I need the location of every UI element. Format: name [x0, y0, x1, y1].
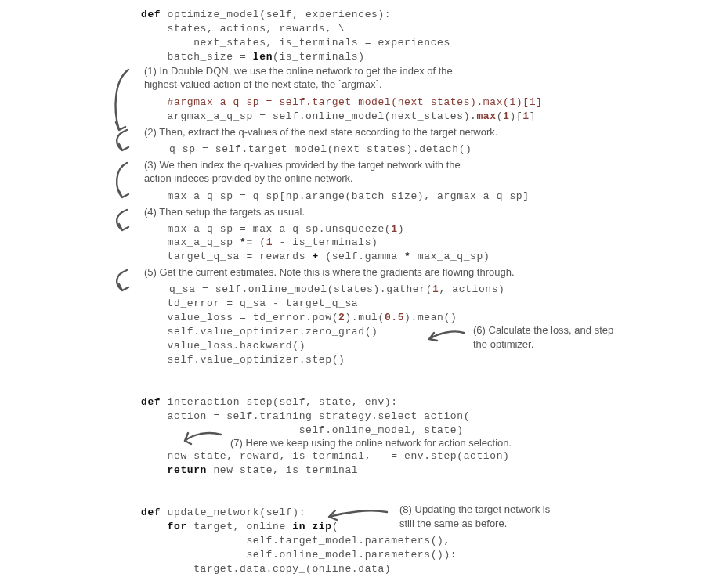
arrow-icon	[423, 328, 467, 344]
annotation-4: (4) Then setup the targets as usual.	[144, 205, 305, 219]
arrow-icon	[108, 127, 141, 155]
arrow-icon	[323, 507, 392, 521]
code-figure: def optimize_model(self, experiences): s…	[8, 8, 705, 576]
annotation-2: (2) Then, extract the q-values of the ne…	[144, 125, 497, 139]
code-line: value_loss = td_error.pow(2).mul(0.5).me…	[141, 311, 705, 325]
arrow-icon	[177, 430, 227, 449]
code-line: def optimize_model(self, experiences):	[141, 8, 705, 22]
code-line: next_states, is_terminals = experiences	[141, 36, 705, 50]
arrow-icon	[108, 160, 141, 202]
annotation-1: (1) In Double DQN, we use the online net…	[144, 64, 465, 92]
code-line: batch_size = len(is_terminals)	[141, 50, 705, 64]
code-line: q_sa = self.online_model(states).gather(…	[141, 283, 705, 297]
arrow-icon	[108, 66, 141, 136]
code-line: max_a_q_sp *= (1 - is_terminals)	[141, 236, 705, 250]
code-line: q_sp = self.target_model(next_states).de…	[141, 142, 705, 157]
annotation-6: (6) Calculate the loss, and step the opt…	[473, 323, 614, 351]
code-line: new_state, reward, is_terminal, _ = env.…	[141, 449, 705, 464]
annotation-8: (8) Updating the target net­work is stil…	[400, 503, 564, 530]
code-line: states, actions, rewards, \	[141, 22, 705, 36]
annotation-7: (7) Here we keep using the online networ…	[230, 436, 512, 450]
code-line: argmax_a_q_sp = self.online_model(next_s…	[141, 110, 705, 124]
code-line: self.online_model.parameters()):	[141, 548, 705, 562]
code-line: target.data.copy_(online.data)	[141, 562, 705, 576]
annotation-5: (5) Get the current estimates. Note this…	[144, 265, 515, 280]
arrow-icon	[108, 267, 141, 295]
arrow-icon	[108, 207, 141, 235]
code-line: def interaction_step(self, state, env):	[141, 395, 705, 409]
code-line: max_a_q_sp = q_sp[np.arange(batch_size),…	[141, 189, 705, 204]
code-line: td_error = q_sa - target_q_sa	[141, 297, 705, 311]
code-line: return new_state, is_terminal	[141, 464, 705, 478]
code-line: self.target_model.parameters(),	[141, 534, 705, 548]
annotation-3: (3) We then index the q-values provided …	[144, 158, 473, 186]
code-line: self.value_optimizer.step()	[141, 353, 705, 367]
code-line: target_q_sa = rewards + (self.gamma * ma…	[141, 250, 705, 264]
code-line: action = self.training_strategy.select_a…	[141, 409, 705, 424]
code-line: max_a_q_sp = max_a_q_sp.unsqueeze(1)	[141, 222, 705, 236]
code-comment: #argmax_a_q_sp = self.target_model(next_…	[141, 96, 705, 110]
